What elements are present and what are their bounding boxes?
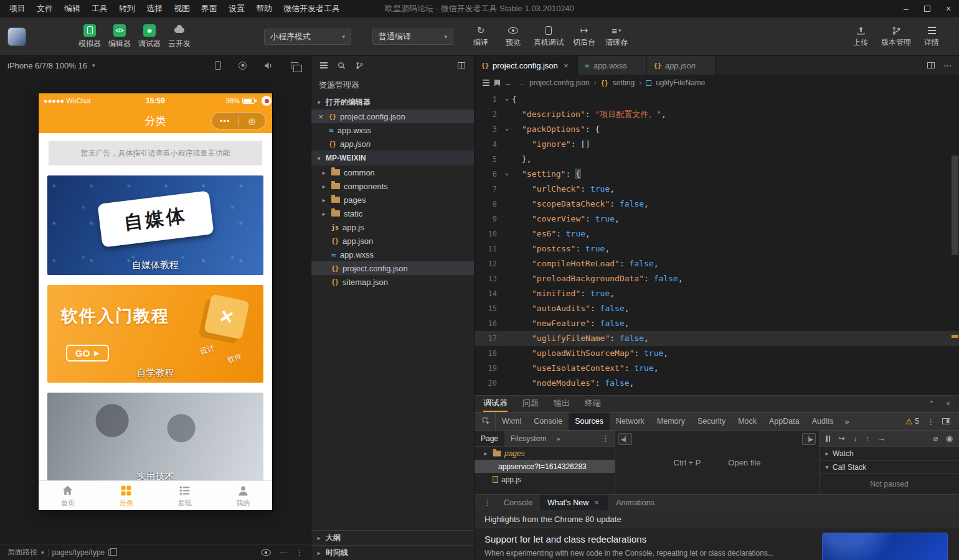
fold-icon[interactable]: ▾	[502, 122, 512, 137]
go-button[interactable]: GO ▶	[66, 345, 109, 362]
devtools-tab-appdata[interactable]: AppData	[763, 413, 806, 430]
minimize-button[interactable]: –	[895, 0, 917, 17]
editor-tab[interactable]: {}project.config.json×	[475, 56, 578, 75]
code-line[interactable]: 8"scopeDataCheck": false,	[475, 197, 959, 212]
kebab-icon[interactable]: ⋮	[296, 548, 303, 557]
fold-icon[interactable]: ▾	[502, 167, 512, 182]
eye-icon[interactable]	[261, 549, 271, 556]
watch-section[interactable]: ▸ Watch	[820, 447, 959, 460]
menu-item[interactable]: 帮助	[250, 0, 278, 17]
breadcrumb-symbol[interactable]: uglifyFileName	[656, 78, 705, 87]
search-icon[interactable]	[338, 62, 346, 70]
editor-tab[interactable]: ≈app.wxss	[578, 56, 647, 75]
code-line[interactable]: 14"minified": true,	[475, 286, 959, 301]
code-line[interactable]: 18"uploadWithSourceMap": true,	[475, 346, 959, 361]
step-icon[interactable]: →	[877, 434, 886, 443]
close-icon[interactable]: ×	[316, 112, 325, 121]
maximize-button[interactable]	[917, 0, 938, 17]
pause-icon[interactable]	[826, 436, 830, 442]
close-icon[interactable]: ×	[946, 399, 950, 408]
fold-icon[interactable]: ▾	[502, 92, 512, 107]
code-line[interactable]: 20"nodeModules": false,	[475, 376, 959, 391]
timeline-section[interactable]: ▸ 时间线	[311, 545, 474, 560]
folder-item[interactable]: ▸pages	[311, 193, 474, 207]
phone-tab[interactable]: 发现	[156, 481, 214, 510]
code-line[interactable]: 3▾"packOptions": {	[475, 122, 959, 137]
hint-action[interactable]: Open file	[728, 458, 760, 467]
open-editor-item[interactable]: {}app.json	[311, 137, 474, 151]
warning-badge[interactable]: ⚠ 5	[905, 417, 919, 426]
toolbar-toggle[interactable]: ◉调试器	[135, 24, 164, 49]
tab-overflow-icon[interactable]: »	[839, 417, 854, 426]
code-line[interactable]: 5},	[475, 152, 959, 167]
kebab-icon[interactable]: ⋮	[478, 498, 496, 507]
more-icon[interactable]: ⋯	[943, 61, 952, 70]
menu-item[interactable]: 编辑	[59, 0, 86, 17]
bookmark-icon[interactable]	[494, 80, 500, 86]
deactivate-breakpoints-icon[interactable]: ⌀	[933, 434, 938, 443]
menu-item[interactable]: 文件	[31, 0, 59, 17]
upload-button[interactable]: 上传	[844, 25, 877, 48]
code-line[interactable]: 7"urlCheck": true,	[475, 182, 959, 197]
folder-item[interactable]: ▸common	[311, 166, 474, 179]
phone-tab[interactable]: 分类	[97, 481, 156, 510]
open-editor-item[interactable]: ×{}project.config.json	[311, 110, 474, 123]
step-over-icon[interactable]: ↪	[838, 434, 845, 443]
collapse-icon[interactable]: ⌃	[928, 399, 935, 408]
preview-button[interactable]: 预览	[497, 25, 529, 48]
editor-scrollbar[interactable]	[950, 91, 959, 395]
close-icon[interactable]: ×	[562, 61, 570, 70]
capsule-menu[interactable]: ••• ◎	[211, 112, 266, 129]
menu-item[interactable]: 设置	[223, 0, 250, 17]
forward-icon[interactable]: →	[517, 78, 525, 88]
call-stack-section[interactable]: ▾ Call Stack	[820, 460, 959, 474]
record-icon[interactable]	[239, 62, 247, 70]
kebab-icon[interactable]: ⋮	[602, 434, 615, 443]
menu-item[interactable]: 选择	[141, 0, 168, 17]
devtools-tab-wxml[interactable]: Wxml	[496, 413, 527, 430]
compile-button[interactable]: ↻ 编译	[465, 25, 497, 48]
card-self-media[interactable]: 自媒体 自媒体教程	[47, 175, 263, 275]
clear-cache-button[interactable]: ≡▾ 清缓存	[600, 25, 633, 48]
open-editors-section[interactable]: ▾ 打开的编辑器	[311, 95, 474, 110]
code-line[interactable]: 13"preloadBackgroundData": false,	[475, 271, 959, 286]
devtools-tab-console[interactable]: Console	[527, 413, 569, 430]
split-editor-icon[interactable]	[927, 62, 935, 68]
more-icon[interactable]: ⋯	[280, 548, 287, 557]
sources-tab[interactable]: Page	[475, 431, 504, 446]
switch-background-button[interactable]: ↦ 切后台	[568, 25, 600, 48]
file-item[interactable]: jsapp.js	[311, 220, 474, 234]
devtools-tab-audits[interactable]: Audits	[806, 413, 840, 430]
menu-item[interactable]: 工具	[86, 0, 113, 17]
step-out-icon[interactable]: ↑	[865, 434, 869, 443]
code-line[interactable]: 15"autoAudits": false,	[475, 301, 959, 316]
sound-icon[interactable]	[264, 62, 273, 70]
folder-item[interactable]: ▸static	[311, 207, 474, 220]
devtools-tab-network[interactable]: Network	[610, 413, 651, 430]
breadcrumb-setting[interactable]: setting	[613, 78, 635, 87]
phone-tab[interactable]: 首页	[39, 481, 97, 510]
toolbar-toggle[interactable]: </>编辑器	[105, 24, 135, 49]
folder-item[interactable]: ▸components	[311, 179, 474, 193]
open-editor-item[interactable]: ≈app.wxss	[311, 123, 474, 137]
back-icon[interactable]: ←	[504, 78, 513, 88]
mode-select[interactable]: 小程序模式 ▾	[264, 29, 351, 45]
devtools-tab-security[interactable]: Security	[691, 413, 732, 430]
pause-on-exceptions-icon[interactable]: ◉	[946, 434, 953, 443]
sources-tree-item[interactable]: ▸pages	[475, 447, 615, 460]
toolbar-toggle[interactable]: 模拟器	[75, 24, 105, 49]
debugger-tab[interactable]: 终端	[585, 396, 601, 412]
version-control-button[interactable]: 版本管理	[877, 25, 915, 48]
root-folder[interactable]: ▾ MP-WEIXIN	[311, 151, 474, 166]
devtools-tab-memory[interactable]: Memory	[651, 413, 691, 430]
page-path-label[interactable]: 页面路径	[7, 547, 37, 558]
inspect-icon[interactable]	[477, 413, 496, 430]
close-icon[interactable]: ×	[592, 498, 601, 507]
code-line[interactable]: 11"postcss": true,	[475, 241, 959, 256]
code-line[interactable]: 9"coverView": true,	[475, 212, 959, 226]
file-item[interactable]: ≈app.wxss	[311, 248, 474, 261]
debugger-tab[interactable]: 调试器	[483, 396, 508, 412]
drawer-tab[interactable]: Animations	[608, 495, 662, 510]
list-icon[interactable]	[320, 65, 328, 66]
phone-tab[interactable]: 我的	[214, 481, 272, 510]
